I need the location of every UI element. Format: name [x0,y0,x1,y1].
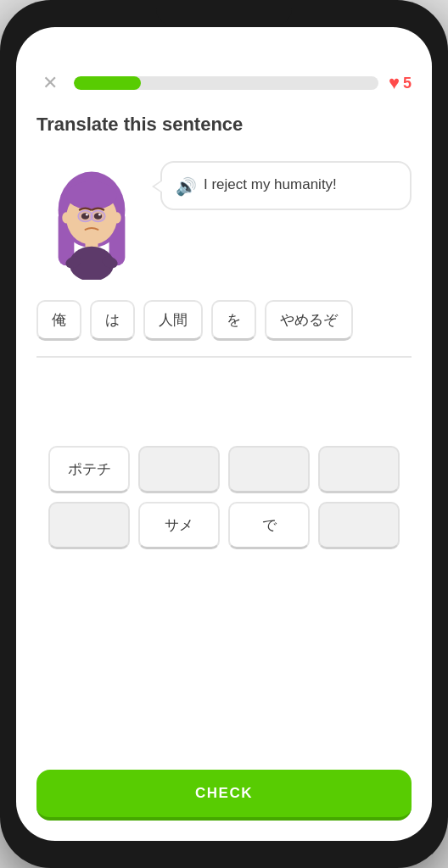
close-icon: ✕ [42,72,58,94]
phone-frame: ✕ ♥ 5 Translate this sentence [0,0,448,868]
svg-point-8 [66,181,117,210]
progress-bar-container [74,76,378,90]
bubble-content: 🔊 I reject my humanity! [176,175,396,197]
phone-screen: ✕ ♥ 5 Translate this sentence [16,27,432,841]
svg-point-14 [91,210,105,221]
main-area: Translate this sentence [16,107,432,770]
svg-point-16 [62,212,70,223]
speech-bubble[interactable]: 🔊 I reject my humanity! [160,161,412,210]
word-option-7[interactable]: で [228,502,310,549]
phone-notch [156,0,292,25]
character-svg [36,153,147,280]
word-option-4[interactable] [318,446,400,493]
answer-divider [36,356,412,358]
speaker-icon[interactable]: 🔊 [176,176,197,197]
check-button[interactable]: CHECK [36,770,412,821]
word-tile-3[interactable]: 人間 [143,300,203,341]
word-option-5[interactable] [48,502,130,549]
answer-area [36,378,412,429]
instruction-text: Translate this sentence [36,114,412,136]
word-tile-5[interactable]: やめるぞ [265,300,353,341]
word-options-row-1: ポテチ [36,446,412,493]
word-option-3[interactable] [228,446,310,493]
hearts-area: ♥ 5 [389,72,412,94]
word-tile-4[interactable]: を [211,300,256,341]
character-avatar [36,153,147,280]
bubble-text: I reject my humanity! [204,175,337,195]
svg-point-17 [113,212,120,223]
heart-icon: ♥ [389,72,400,94]
word-option-8[interactable] [318,502,400,549]
character-area: 🔊 I reject my humanity! [36,153,412,280]
word-options-section: ポテチ サメ で [36,446,412,549]
word-option-2[interactable] [138,446,220,493]
progress-bar-fill [74,76,141,90]
close-button[interactable]: ✕ [36,70,64,97]
word-tile-1[interactable]: 俺 [36,300,81,341]
word-options-row-2: サメ で [36,502,412,549]
header: ✕ ♥ 5 [16,27,432,107]
word-tiles-row: 俺 は 人間 を やめるぞ [36,300,412,341]
heart-count: 5 [403,75,412,92]
word-tile-2[interactable]: は [90,300,135,341]
word-option-1[interactable]: ポテチ [48,446,130,493]
word-option-6[interactable]: サメ [138,502,220,549]
screen-content: ✕ ♥ 5 Translate this sentence [16,27,432,841]
